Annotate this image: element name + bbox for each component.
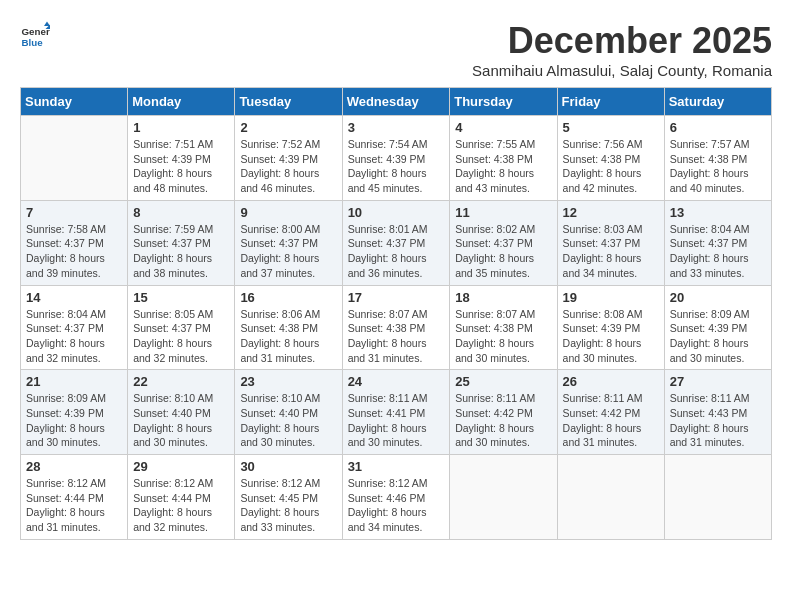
- day-info: Sunrise: 7:55 AMSunset: 4:38 PMDaylight:…: [455, 137, 551, 196]
- day-info: Sunrise: 8:11 AMSunset: 4:43 PMDaylight:…: [670, 391, 766, 450]
- day-info: Sunrise: 8:04 AMSunset: 4:37 PMDaylight:…: [26, 307, 122, 366]
- calendar-day-cell: 28Sunrise: 8:12 AMSunset: 4:44 PMDayligh…: [21, 455, 128, 540]
- day-number: 11: [455, 205, 551, 220]
- calendar-day-cell: 10Sunrise: 8:01 AMSunset: 4:37 PMDayligh…: [342, 200, 450, 285]
- calendar-day-cell: [664, 455, 771, 540]
- day-info: Sunrise: 8:01 AMSunset: 4:37 PMDaylight:…: [348, 222, 445, 281]
- day-info: Sunrise: 8:10 AMSunset: 4:40 PMDaylight:…: [133, 391, 229, 450]
- weekday-header-cell: Saturday: [664, 88, 771, 116]
- day-info: Sunrise: 7:51 AMSunset: 4:39 PMDaylight:…: [133, 137, 229, 196]
- calendar-table: SundayMondayTuesdayWednesdayThursdayFrid…: [20, 87, 772, 540]
- weekday-header-cell: Tuesday: [235, 88, 342, 116]
- calendar-day-cell: 21Sunrise: 8:09 AMSunset: 4:39 PMDayligh…: [21, 370, 128, 455]
- day-info: Sunrise: 8:11 AMSunset: 4:42 PMDaylight:…: [563, 391, 659, 450]
- svg-text:General: General: [22, 26, 51, 37]
- day-info: Sunrise: 8:09 AMSunset: 4:39 PMDaylight:…: [26, 391, 122, 450]
- day-info: Sunrise: 7:52 AMSunset: 4:39 PMDaylight:…: [240, 137, 336, 196]
- logo-icon: General Blue: [20, 20, 50, 50]
- day-info: Sunrise: 8:11 AMSunset: 4:42 PMDaylight:…: [455, 391, 551, 450]
- calendar-day-cell: 29Sunrise: 8:12 AMSunset: 4:44 PMDayligh…: [128, 455, 235, 540]
- day-number: 24: [348, 374, 445, 389]
- calendar-day-cell: 17Sunrise: 8:07 AMSunset: 4:38 PMDayligh…: [342, 285, 450, 370]
- calendar-day-cell: 1Sunrise: 7:51 AMSunset: 4:39 PMDaylight…: [128, 116, 235, 201]
- calendar-week-row: 28Sunrise: 8:12 AMSunset: 4:44 PMDayligh…: [21, 455, 772, 540]
- calendar-subtitle: Sanmihaiu Almasului, Salaj County, Roman…: [472, 62, 772, 79]
- day-info: Sunrise: 8:12 AMSunset: 4:45 PMDaylight:…: [240, 476, 336, 535]
- day-info: Sunrise: 8:02 AMSunset: 4:37 PMDaylight:…: [455, 222, 551, 281]
- calendar-day-cell: 23Sunrise: 8:10 AMSunset: 4:40 PMDayligh…: [235, 370, 342, 455]
- calendar-title: December 2025: [472, 20, 772, 62]
- calendar-day-cell: 5Sunrise: 7:56 AMSunset: 4:38 PMDaylight…: [557, 116, 664, 201]
- calendar-day-cell: 4Sunrise: 7:55 AMSunset: 4:38 PMDaylight…: [450, 116, 557, 201]
- day-number: 12: [563, 205, 659, 220]
- day-info: Sunrise: 8:12 AMSunset: 4:44 PMDaylight:…: [26, 476, 122, 535]
- day-number: 23: [240, 374, 336, 389]
- day-info: Sunrise: 8:11 AMSunset: 4:41 PMDaylight:…: [348, 391, 445, 450]
- day-number: 30: [240, 459, 336, 474]
- calendar-day-cell: 30Sunrise: 8:12 AMSunset: 4:45 PMDayligh…: [235, 455, 342, 540]
- day-number: 15: [133, 290, 229, 305]
- logo: General Blue: [20, 20, 52, 50]
- day-number: 1: [133, 120, 229, 135]
- day-number: 13: [670, 205, 766, 220]
- day-number: 14: [26, 290, 122, 305]
- calendar-week-row: 14Sunrise: 8:04 AMSunset: 4:37 PMDayligh…: [21, 285, 772, 370]
- calendar-week-row: 7Sunrise: 7:58 AMSunset: 4:37 PMDaylight…: [21, 200, 772, 285]
- day-info: Sunrise: 8:07 AMSunset: 4:38 PMDaylight:…: [455, 307, 551, 366]
- day-number: 17: [348, 290, 445, 305]
- day-info: Sunrise: 7:57 AMSunset: 4:38 PMDaylight:…: [670, 137, 766, 196]
- calendar-day-cell: 25Sunrise: 8:11 AMSunset: 4:42 PMDayligh…: [450, 370, 557, 455]
- calendar-day-cell: 13Sunrise: 8:04 AMSunset: 4:37 PMDayligh…: [664, 200, 771, 285]
- day-number: 31: [348, 459, 445, 474]
- calendar-day-cell: 19Sunrise: 8:08 AMSunset: 4:39 PMDayligh…: [557, 285, 664, 370]
- calendar-day-cell: 6Sunrise: 7:57 AMSunset: 4:38 PMDaylight…: [664, 116, 771, 201]
- weekday-header-cell: Thursday: [450, 88, 557, 116]
- day-number: 18: [455, 290, 551, 305]
- weekday-header-cell: Monday: [128, 88, 235, 116]
- calendar-day-cell: 31Sunrise: 8:12 AMSunset: 4:46 PMDayligh…: [342, 455, 450, 540]
- calendar-day-cell: 16Sunrise: 8:06 AMSunset: 4:38 PMDayligh…: [235, 285, 342, 370]
- calendar-day-cell: 11Sunrise: 8:02 AMSunset: 4:37 PMDayligh…: [450, 200, 557, 285]
- day-info: Sunrise: 8:05 AMSunset: 4:37 PMDaylight:…: [133, 307, 229, 366]
- day-info: Sunrise: 8:08 AMSunset: 4:39 PMDaylight:…: [563, 307, 659, 366]
- day-number: 7: [26, 205, 122, 220]
- day-number: 22: [133, 374, 229, 389]
- calendar-day-cell: 24Sunrise: 8:11 AMSunset: 4:41 PMDayligh…: [342, 370, 450, 455]
- day-info: Sunrise: 8:00 AMSunset: 4:37 PMDaylight:…: [240, 222, 336, 281]
- day-number: 21: [26, 374, 122, 389]
- day-info: Sunrise: 8:07 AMSunset: 4:38 PMDaylight:…: [348, 307, 445, 366]
- day-info: Sunrise: 7:56 AMSunset: 4:38 PMDaylight:…: [563, 137, 659, 196]
- day-info: Sunrise: 8:10 AMSunset: 4:40 PMDaylight:…: [240, 391, 336, 450]
- calendar-day-cell: 2Sunrise: 7:52 AMSunset: 4:39 PMDaylight…: [235, 116, 342, 201]
- day-number: 25: [455, 374, 551, 389]
- day-info: Sunrise: 8:12 AMSunset: 4:46 PMDaylight:…: [348, 476, 445, 535]
- weekday-header-row: SundayMondayTuesdayWednesdayThursdayFrid…: [21, 88, 772, 116]
- day-info: Sunrise: 8:06 AMSunset: 4:38 PMDaylight:…: [240, 307, 336, 366]
- title-block: December 2025 Sanmihaiu Almasului, Salaj…: [472, 20, 772, 79]
- svg-marker-2: [44, 22, 50, 27]
- day-number: 29: [133, 459, 229, 474]
- calendar-day-cell: 27Sunrise: 8:11 AMSunset: 4:43 PMDayligh…: [664, 370, 771, 455]
- day-number: 27: [670, 374, 766, 389]
- calendar-day-cell: 18Sunrise: 8:07 AMSunset: 4:38 PMDayligh…: [450, 285, 557, 370]
- day-number: 4: [455, 120, 551, 135]
- page-header: General Blue December 2025 Sanmihaiu Alm…: [20, 20, 772, 79]
- day-number: 9: [240, 205, 336, 220]
- day-number: 26: [563, 374, 659, 389]
- day-number: 6: [670, 120, 766, 135]
- day-number: 28: [26, 459, 122, 474]
- calendar-day-cell: [557, 455, 664, 540]
- calendar-day-cell: 15Sunrise: 8:05 AMSunset: 4:37 PMDayligh…: [128, 285, 235, 370]
- calendar-day-cell: 22Sunrise: 8:10 AMSunset: 4:40 PMDayligh…: [128, 370, 235, 455]
- day-info: Sunrise: 7:59 AMSunset: 4:37 PMDaylight:…: [133, 222, 229, 281]
- calendar-week-row: 21Sunrise: 8:09 AMSunset: 4:39 PMDayligh…: [21, 370, 772, 455]
- calendar-day-cell: 3Sunrise: 7:54 AMSunset: 4:39 PMDaylight…: [342, 116, 450, 201]
- day-info: Sunrise: 8:03 AMSunset: 4:37 PMDaylight:…: [563, 222, 659, 281]
- day-number: 19: [563, 290, 659, 305]
- day-number: 10: [348, 205, 445, 220]
- calendar-week-row: 1Sunrise: 7:51 AMSunset: 4:39 PMDaylight…: [21, 116, 772, 201]
- day-info: Sunrise: 8:12 AMSunset: 4:44 PMDaylight:…: [133, 476, 229, 535]
- day-number: 3: [348, 120, 445, 135]
- calendar-day-cell: 20Sunrise: 8:09 AMSunset: 4:39 PMDayligh…: [664, 285, 771, 370]
- weekday-header-cell: Wednesday: [342, 88, 450, 116]
